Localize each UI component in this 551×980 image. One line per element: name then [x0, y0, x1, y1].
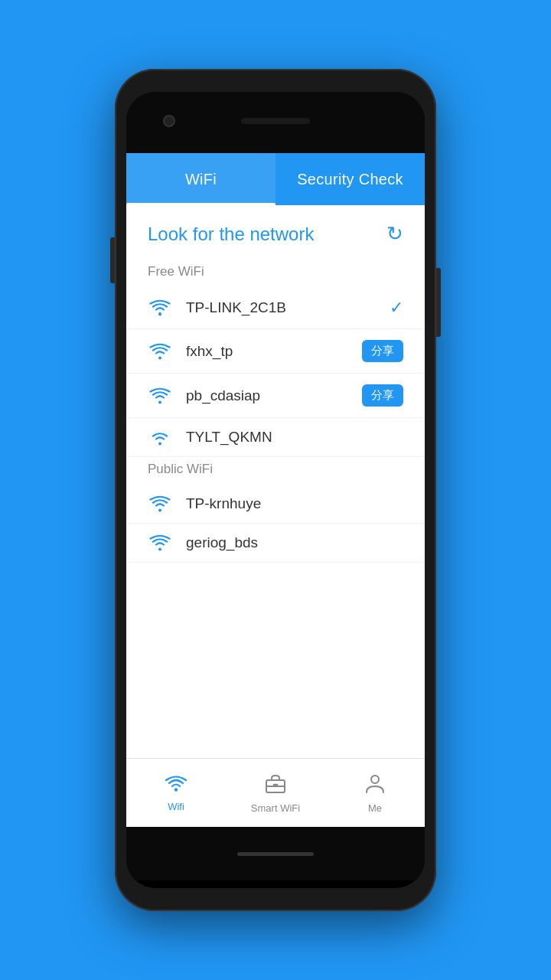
wifi-signal-icon: [148, 299, 172, 316]
camera-icon: [163, 115, 175, 127]
nav-label-wifi: Wifi: [168, 801, 184, 812]
nav-item-wifi[interactable]: Wifi: [126, 768, 226, 818]
wifi-signal-icon: [148, 429, 172, 446]
free-wifi-label: Free WiFi: [126, 260, 425, 287]
wifi-item-fxhx[interactable]: fxhx_tp 分享: [126, 329, 425, 374]
nav-item-me[interactable]: Me: [325, 766, 425, 820]
wifi-nav-icon: [165, 774, 187, 798]
network-name: fxhx_tp: [186, 343, 362, 360]
network-name: TYLT_QKMN: [186, 429, 403, 446]
person-nav-icon: [364, 773, 386, 799]
share-button[interactable]: 分享: [362, 384, 403, 407]
wifi-action-check: ✓: [390, 298, 403, 318]
wifi-signal-icon: [148, 495, 172, 512]
home-bar: [237, 852, 314, 856]
svg-point-4: [158, 509, 161, 512]
briefcase-nav-icon: [264, 773, 287, 799]
wifi-signal-icon: [148, 534, 172, 551]
svg-point-0: [158, 313, 161, 316]
speaker: [241, 118, 310, 124]
svg-point-10: [371, 776, 379, 783]
nav-label-me: Me: [368, 802, 382, 814]
top-bezel: [126, 92, 425, 153]
svg-point-2: [158, 400, 161, 403]
nav-item-smart-wifi[interactable]: Smart WiFi: [226, 766, 325, 820]
phone-device: WiFi Security Check Look for the network…: [115, 69, 436, 911]
svg-point-5: [158, 548, 161, 551]
nav-label-smart-wifi: Smart WiFi: [251, 802, 300, 814]
heading-row: Look for the network ↻: [126, 205, 425, 260]
wifi-action-share: 分享: [362, 340, 403, 362]
wifi-item-geriog[interactable]: geriog_bds: [126, 524, 425, 563]
wifi-item-pb[interactable]: pb_cdasiap 分享: [126, 374, 425, 418]
phone-screen: WiFi Security Check Look for the network…: [126, 92, 425, 888]
tab-security-check[interactable]: Security Check: [276, 153, 425, 205]
wifi-item-tylt[interactable]: TYLT_QKMN: [126, 418, 425, 457]
wifi-item-tp-krnhuye[interactable]: TP-krnhuye: [126, 485, 425, 524]
screen: WiFi Security Check Look for the network…: [126, 153, 425, 827]
wifi-signal-icon: [148, 387, 172, 404]
wifi-signal-icon: [148, 343, 172, 360]
network-name: geriog_bds: [186, 534, 403, 551]
network-name: pb_cdasiap: [186, 387, 362, 404]
share-button[interactable]: 分享: [362, 340, 403, 362]
page-title: Look for the network: [148, 224, 314, 245]
bottom-nav: Wifi Smart WiFi: [126, 758, 425, 827]
refresh-icon[interactable]: ↻: [386, 222, 403, 246]
network-name: TP-LINK_2C1B: [186, 299, 390, 316]
tab-bar: WiFi Security Check: [126, 153, 425, 205]
content-area: Look for the network ↻ Free WiFi: [126, 205, 425, 758]
public-wifi-label: Public WiFi: [126, 457, 425, 485]
wifi-item-tp-link[interactable]: TP-LINK_2C1B ✓: [126, 287, 425, 329]
svg-point-3: [158, 443, 161, 446]
svg-point-1: [158, 356, 161, 359]
tab-wifi[interactable]: WiFi: [126, 153, 276, 205]
svg-point-6: [174, 788, 178, 791]
wifi-action-share: 分享: [362, 384, 403, 407]
bottom-bezel: [126, 827, 425, 880]
network-name: TP-krnhuye: [186, 495, 403, 512]
checkmark-icon: ✓: [390, 298, 403, 318]
